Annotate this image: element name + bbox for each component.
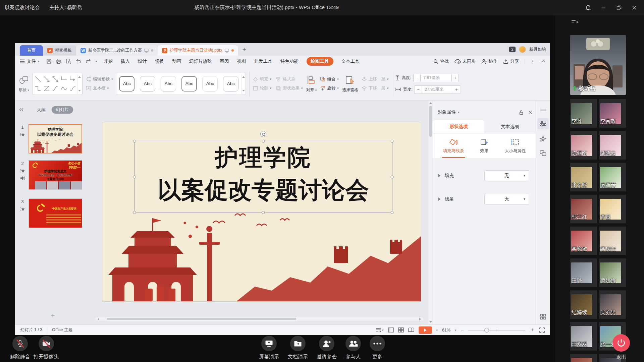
close-panel-icon[interactable]	[528, 110, 532, 114]
bring-forward-button[interactable]: 上移一层▾	[362, 76, 389, 82]
tab-outline[interactable]: 大纲	[37, 107, 46, 113]
close-button[interactable]	[627, 0, 642, 15]
zigzag-connector-option[interactable]	[43, 84, 51, 93]
participant-tile[interactable]: 李枌沄	[599, 227, 626, 255]
participant-tile[interactable]: 纪海续	[570, 290, 597, 319]
tab-docer-templates[interactable]: 稻壳模板	[43, 45, 76, 56]
shape-style-option[interactable]: Abc	[140, 76, 155, 92]
drag-handle-icon[interactable]	[540, 109, 546, 111]
file-menu[interactable]: 文件 ▾	[20, 58, 40, 64]
tab-document-active[interactable]: P 护理学院主题当日活动).pptx	[158, 45, 238, 56]
scroll-left-icon[interactable]	[96, 318, 99, 320]
gallery-scroll[interactable]	[77, 74, 82, 94]
width-decrement-button[interactable]: −	[415, 85, 422, 94]
collapse-ribbon-button[interactable]	[541, 60, 545, 63]
arrow-shape-option[interactable]	[43, 75, 51, 83]
animation-star-icon[interactable]	[20, 169, 25, 173]
scroll-right-icon[interactable]	[419, 318, 422, 320]
collapse-sidebar-button[interactable]	[571, 19, 579, 25]
expand-arrow-icon[interactable]	[438, 197, 442, 201]
user-avatar[interactable]	[519, 46, 526, 53]
chevron-down-icon[interactable]: ▾	[96, 60, 97, 63]
play-options-dropdown[interactable]: ▾	[436, 328, 438, 332]
resize-handle-se[interactable]	[391, 211, 394, 214]
fullscreen-button[interactable]	[539, 327, 545, 333]
effects-sparkle-icon[interactable]	[540, 135, 546, 142]
vertical-scrollbar[interactable]	[428, 101, 433, 324]
shape-outline-button[interactable]: 轮廓▾	[253, 85, 271, 91]
reading-view-button[interactable]	[408, 327, 414, 333]
menu-item[interactable]: 切换	[155, 58, 164, 64]
subtab-size-properties[interactable]: 大小与属性	[503, 133, 527, 158]
style-gallery-scroll[interactable]	[241, 74, 246, 94]
wave-connector-option[interactable]	[60, 84, 68, 93]
open-camera-button[interactable]: 打开摄像头	[34, 336, 59, 360]
animation-star-icon[interactable]	[20, 207, 25, 212]
menu-item[interactable]: 动画	[172, 58, 181, 64]
horizontal-scrollbar[interactable]	[95, 317, 424, 321]
participant-tile[interactable]: 蔡娜娜	[599, 258, 626, 287]
participant-tile[interactable]: 袁照芳	[599, 163, 626, 191]
slide-1-canvas[interactable]: 护理学院 以案促改专题讨论会	[102, 122, 421, 301]
pin-panel-icon[interactable]	[519, 110, 524, 115]
animation-star-icon[interactable]	[20, 132, 25, 137]
sync-status-button[interactable]: 未同步	[454, 58, 476, 64]
menu-item[interactable]: 审阅	[220, 58, 229, 64]
new-tab-button[interactable]: ＋	[241, 45, 247, 53]
properties-title[interactable]: 对象属性	[438, 109, 456, 115]
invite-button[interactable]: 邀请参会	[317, 336, 337, 360]
participant-tile[interactable]: 王双双	[570, 322, 597, 351]
title-text-box[interactable]: 护理学院 以案促改专题讨论会	[134, 141, 392, 213]
s-curve-connector-option[interactable]	[69, 84, 77, 93]
new-slide-button[interactable]: ＋	[15, 311, 91, 320]
scroll-up-icon[interactable]	[242, 75, 245, 78]
audio-icon[interactable]	[20, 176, 25, 180]
collaborate-button[interactable]: 协作	[481, 58, 497, 64]
active-speaker-video[interactable]: 杨昕岳	[570, 35, 626, 95]
fill-select[interactable]: 无 ▼	[484, 170, 529, 181]
send-backward-button[interactable]: 下移一层▾	[362, 85, 389, 91]
shape-style-option[interactable]: Abc	[119, 76, 135, 92]
rotate-button[interactable]: 旋转▾	[320, 85, 339, 91]
restore-window-button[interactable]	[611, 0, 627, 15]
unmute-button[interactable]: 解除静音	[10, 336, 30, 360]
menu-item[interactable]: 开始	[104, 58, 113, 64]
shape-style-option[interactable]: Abc	[181, 76, 197, 92]
shape-style-option[interactable]: Abc	[161, 76, 176, 92]
grid-view-icon[interactable]	[540, 314, 546, 320]
redo-icon[interactable]	[86, 59, 91, 64]
print-preview-icon[interactable]	[66, 59, 71, 64]
insert-shape-button[interactable]: 形状 ▾	[18, 74, 29, 93]
slide-sorter-view-button[interactable]	[398, 327, 404, 333]
step-connector-option[interactable]	[34, 84, 42, 93]
tab-text-options[interactable]: 文本选项	[484, 120, 536, 133]
shape-style-option[interactable]: Abc	[223, 76, 238, 92]
more-button[interactable]: 更多	[370, 336, 385, 360]
notes-button[interactable]: ▾	[375, 328, 384, 333]
zoom-slider[interactable]	[468, 328, 525, 333]
expand-arrow-icon[interactable]	[438, 174, 442, 177]
scroll-down-icon[interactable]	[429, 321, 432, 324]
scroll-up-icon[interactable]	[429, 101, 432, 104]
shape-style-option[interactable]: Abc	[202, 76, 218, 92]
elbow-connector-option[interactable]	[60, 75, 68, 83]
shape-swap-icon[interactable]	[540, 150, 546, 156]
scrollbar-thumb[interactable]	[107, 318, 296, 320]
menu-item[interactable]: 开发工具	[254, 58, 272, 64]
resize-handle-ne[interactable]	[391, 140, 394, 143]
doc-present-button[interactable]: 文档演示	[288, 336, 308, 360]
tab-document-plan[interactable]: W 新乡医学院三...改的工作方案	[76, 45, 158, 56]
attendees-button[interactable]: 参与人	[345, 336, 361, 360]
shape-effects-button[interactable]: 形状效果▾	[276, 85, 303, 91]
menu-item[interactable]: 设计	[138, 58, 147, 64]
zoom-level[interactable]: 61%	[442, 328, 450, 333]
menu-item[interactable]: 文本工具	[341, 58, 360, 64]
participant-tile[interactable]: 陈亚南	[570, 131, 597, 160]
rotate-handle[interactable]	[260, 131, 266, 137]
zoom-dropdown[interactable]: ▾	[455, 328, 457, 332]
curve-connector-option[interactable]	[51, 84, 59, 93]
align-button[interactable]: 对齐 ▾	[306, 74, 317, 93]
resize-handle-e[interactable]	[391, 175, 394, 178]
slideshow-play-button[interactable]	[419, 326, 432, 334]
subtab-fill-and-line[interactable]: 填充与线条	[442, 133, 466, 158]
